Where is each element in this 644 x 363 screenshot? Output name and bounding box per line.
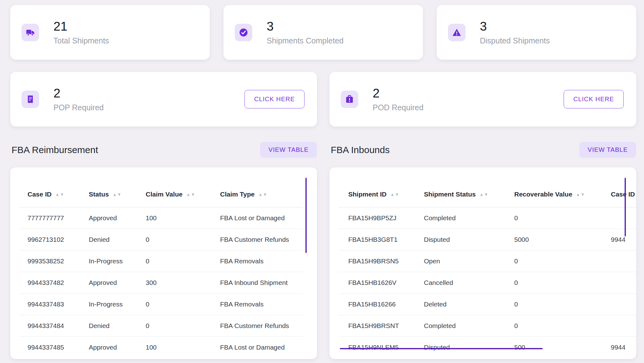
stat-text: 21 Total Shipments	[53, 19, 109, 45]
table-cell: Approved	[89, 207, 146, 229]
stat-text: 3 Shipments Completed	[267, 19, 344, 45]
table-row: 9944337483In-Progress0FBA Removals	[19, 293, 303, 315]
total-shipments-label: Total Shipments	[53, 36, 109, 45]
table-cell: FBA15HB16266	[338, 293, 424, 315]
inbounds-table-viewport[interactable]: Shipment ID▲▼Shipment Status▲▼Recoverabl…	[338, 182, 636, 352]
fba-reimbursement-title: FBA Reimbursement	[12, 145, 98, 155]
table-cell: 0	[514, 207, 611, 229]
check-circle-icon	[235, 24, 252, 41]
column-header[interactable]: Recoverable Value▲▼	[514, 182, 611, 207]
table-cell	[611, 272, 636, 293]
table-row: 7777777777Approved100FBA Lost or Damaged	[19, 207, 303, 229]
table-cell: 9944337485	[19, 336, 89, 352]
column-header[interactable]: Case ID▲▼	[19, 182, 89, 207]
table-cell: FBA Removals	[220, 293, 303, 315]
reimbursement-table: Case ID▲▼Status▲▼Claim Value▲▼Claim Type…	[19, 182, 303, 352]
pop-required-label: POP Required	[53, 103, 104, 112]
reimbursement-table-card: Case ID▲▼Status▲▼Claim Value▲▼Claim Type…	[10, 167, 317, 359]
inbounds-view-table-button[interactable]: VIEW TABLE	[579, 142, 636, 158]
column-header[interactable]: Claim Value▲▼	[146, 182, 220, 207]
table-cell: 5000	[514, 229, 611, 250]
pop-required-value: 2	[53, 86, 104, 100]
fba-inbounds-title: FBA Inbounds	[331, 145, 390, 155]
sort-arrows-icon[interactable]: ▲▼	[576, 192, 586, 197]
table-cell: FBA15H9NLEM5	[338, 336, 424, 352]
table-row: 9944337485Approved100FBA Lost or Damaged	[19, 336, 303, 352]
table-row: FBA15HB16266Deleted0	[338, 293, 636, 315]
package-alert-icon	[341, 91, 358, 108]
table-cell: 500	[514, 336, 611, 352]
table-cell: FBA15H9BRSNT	[338, 315, 424, 336]
pop-required-card: 2 POP Required CLICK HERE	[10, 72, 317, 127]
dashboard-page: 21 Total Shipments 3 Shipments Completed	[0, 0, 644, 359]
table-cell: Approved	[89, 336, 146, 352]
table-cell: FBA15HB3G8T1	[338, 229, 424, 250]
column-header[interactable]: Shipment ID▲▼	[338, 182, 424, 207]
sort-arrows-icon[interactable]: ▲▼	[390, 192, 400, 197]
table-cell: 7777777777	[19, 207, 89, 229]
table-cell: 0	[514, 315, 611, 336]
sort-arrows-icon[interactable]: ▲▼	[113, 192, 122, 197]
table-cell	[611, 315, 636, 336]
sort-arrows-icon[interactable]: ▲▼	[480, 192, 489, 197]
horizontal-scrollbar[interactable]	[340, 348, 543, 349]
action-card-row: 2 POP Required CLICK HERE 2 POD Required…	[10, 72, 636, 127]
pod-click-here-button[interactable]: CLICK HERE	[564, 90, 624, 108]
table-cell: FBA15H9BRSN5	[338, 250, 424, 272]
table-cell: Disputed	[424, 336, 514, 352]
column-header-label: Case ID	[28, 191, 52, 198]
table-cell: FBA Removals	[220, 250, 303, 272]
table-cell: FBA Lost or Damaged	[220, 207, 303, 229]
table-row: FBA15H9BP5ZJCompleted0	[338, 207, 636, 229]
truck-icon	[22, 24, 39, 41]
fba-reimbursement-section: FBA Reimbursement VIEW TABLE Case ID▲▼St…	[10, 142, 317, 359]
table-cell: 9944	[611, 229, 636, 250]
inbounds-table: Shipment ID▲▼Shipment Status▲▼Recoverabl…	[338, 182, 636, 352]
stat-card-row: 21 Total Shipments 3 Shipments Completed	[10, 5, 636, 60]
table-row: FBA15H9NLEM5Disputed5009944	[338, 336, 636, 352]
disputed-shipments-label: Disputed Shipments	[480, 36, 550, 45]
table-row: FBA15H9BRSN5Open0	[338, 250, 636, 272]
table-row: FBA15H9BRSNTCompleted0	[338, 315, 636, 336]
table-cell: 9993538252	[19, 250, 89, 272]
fba-inbounds-section: FBA Inbounds VIEW TABLE Shipment ID▲▼Shi…	[330, 142, 636, 359]
table-cell: Denied	[89, 315, 146, 336]
table-cell: 9944337482	[19, 272, 89, 293]
table-cell: Approved	[89, 272, 146, 293]
column-header[interactable]: Status▲▼	[89, 182, 146, 207]
table-cell: 9944337483	[19, 293, 89, 315]
column-header-label: Claim Type	[220, 191, 254, 198]
column-header[interactable]: Case ID▲▼	[611, 182, 636, 207]
table-cell	[611, 250, 636, 272]
reimbursement-table-viewport[interactable]: Case ID▲▼Status▲▼Claim Value▲▼Claim Type…	[19, 182, 317, 352]
column-header-label: Claim Value	[146, 191, 183, 198]
column-header-label: Case ID	[611, 191, 635, 198]
receipt-icon	[22, 91, 39, 108]
sort-arrows-icon[interactable]: ▲▼	[186, 192, 196, 197]
column-header[interactable]: Shipment Status▲▼	[424, 182, 514, 207]
table-cell: Disputed	[424, 229, 514, 250]
table-cell	[611, 207, 636, 229]
table-cell: 0	[514, 293, 611, 315]
reimbursement-view-table-button[interactable]: VIEW TABLE	[260, 142, 317, 158]
table-cell	[611, 293, 636, 315]
table-cell: 100	[146, 336, 220, 352]
column-header-label: Shipment Status	[424, 191, 476, 198]
tables-row: FBA Reimbursement VIEW TABLE Case ID▲▼St…	[10, 142, 636, 359]
column-header[interactable]: Claim Type▲▼	[220, 182, 303, 207]
table-cell: 300	[146, 272, 220, 293]
table-row: 9962713102Denied0FBA Customer Refunds	[19, 229, 303, 250]
sort-arrows-icon[interactable]: ▲▼	[55, 192, 65, 197]
table-cell: FBA Lost or Damaged	[220, 336, 303, 352]
sort-arrows-icon[interactable]: ▲▼	[258, 192, 268, 197]
inbounds-table-card: Shipment ID▲▼Shipment Status▲▼Recoverabl…	[330, 167, 636, 359]
pod-required-value: 2	[373, 86, 424, 100]
table-cell: In-Progress	[89, 293, 146, 315]
pop-click-here-button[interactable]: CLICK HERE	[244, 90, 304, 108]
column-header-label: Status	[89, 191, 109, 198]
vertical-scrollbar[interactable]	[305, 178, 307, 253]
disputed-shipments-card: 3 Disputed Shipments	[437, 5, 636, 60]
vertical-scrollbar[interactable]	[625, 178, 626, 236]
column-header-label: Shipment ID	[348, 191, 387, 198]
table-header-row: Shipment ID▲▼Shipment Status▲▼Recoverabl…	[338, 182, 636, 207]
